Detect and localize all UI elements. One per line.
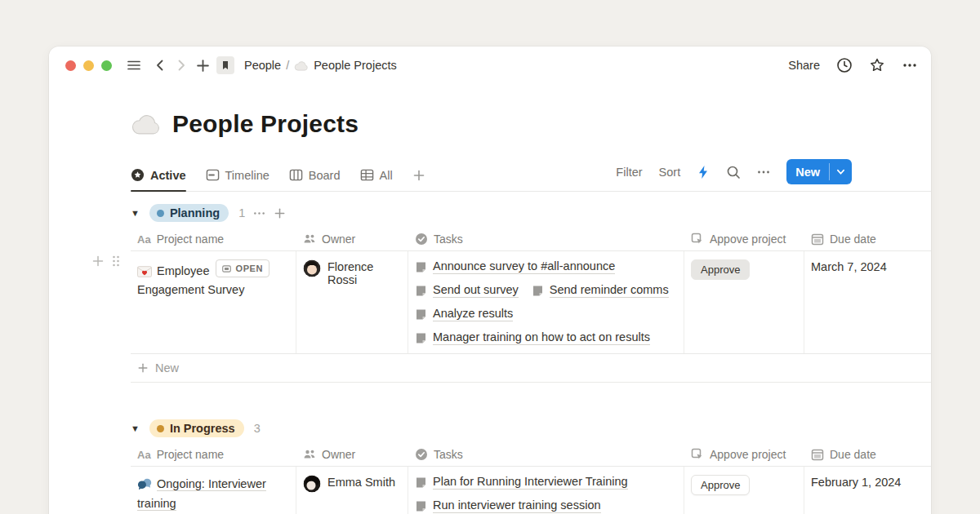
table-header: Aa Project name Owner Tasks Appove proj bbox=[131, 228, 931, 251]
row-hover-controls bbox=[91, 255, 121, 268]
project-name-cell[interactable]: Ongoing: Interviewer training bbox=[131, 467, 296, 514]
project-title-part1[interactable]: Employee bbox=[157, 264, 209, 277]
task-link[interactable]: Send reminder comms bbox=[532, 283, 669, 298]
collapse-triangle-icon[interactable]: ▼ bbox=[131, 208, 140, 218]
page-header: People Projects bbox=[131, 110, 931, 138]
view-controls: Filter Sort New bbox=[616, 159, 852, 184]
breadcrumb-root[interactable]: People bbox=[244, 59, 281, 72]
drag-handle-icon[interactable] bbox=[111, 255, 121, 268]
group-label: In Progress bbox=[170, 422, 235, 435]
add-row-icon[interactable] bbox=[91, 255, 105, 268]
collapse-triangle-icon[interactable]: ▼ bbox=[131, 423, 140, 433]
column-label: Tasks bbox=[434, 233, 463, 246]
calendar-icon bbox=[811, 233, 824, 246]
view-toolbar: Active Timeline Board All bbox=[131, 159, 931, 192]
task-link[interactable]: Run interviewer training session bbox=[415, 498, 601, 513]
column-header-tasks[interactable]: Tasks bbox=[408, 228, 684, 250]
column-header-approve-project[interactable]: Appove project bbox=[684, 228, 804, 250]
table-row-ongoing-interviewer-training[interactable]: Ongoing: Interviewer training Emma Smith… bbox=[131, 467, 931, 514]
group-count: 3 bbox=[254, 422, 261, 435]
project-title-part2[interactable]: Engagement Survey bbox=[137, 283, 244, 296]
task-link[interactable]: Plan for Running Interviewer Training bbox=[415, 475, 628, 490]
due-date-cell[interactable]: February 1, 2024 bbox=[804, 467, 931, 514]
tab-board[interactable]: Board bbox=[289, 168, 341, 191]
column-header-due-date[interactable]: Due date bbox=[804, 228, 931, 250]
task-link[interactable]: Analyze results bbox=[415, 307, 513, 321]
column-header-owner[interactable]: Owner bbox=[296, 443, 408, 466]
button-icon bbox=[222, 264, 231, 273]
owner-name[interactable]: Emma Smith bbox=[327, 475, 395, 489]
filter-button[interactable]: Filter bbox=[616, 166, 642, 179]
page-icon bbox=[415, 308, 427, 321]
tab-label: Active bbox=[150, 169, 186, 182]
group-more-icon[interactable] bbox=[253, 207, 265, 219]
group-dot bbox=[157, 210, 164, 217]
board-icon bbox=[289, 168, 303, 182]
column-label: Owner bbox=[322, 448, 355, 461]
minimize-window-button[interactable] bbox=[83, 60, 94, 71]
tasks-cell[interactable]: Announce survey to #all-announce Send ou… bbox=[408, 251, 684, 353]
breadcrumb-page[interactable]: People Projects bbox=[314, 59, 397, 72]
more-options-icon[interactable] bbox=[902, 57, 918, 73]
new-row-button[interactable]: New bbox=[131, 354, 931, 383]
clock-icon[interactable] bbox=[836, 57, 853, 73]
page-icon bbox=[415, 500, 427, 512]
due-date-cell[interactable]: March 7, 2024 bbox=[804, 251, 931, 353]
lightning-icon[interactable] bbox=[697, 165, 710, 179]
column-header-tasks[interactable]: Tasks bbox=[408, 443, 684, 466]
add-view-icon[interactable] bbox=[412, 168, 425, 191]
owner-cell[interactable]: Emma Smith bbox=[296, 467, 408, 514]
topbar-actions: Share bbox=[788, 57, 918, 73]
task-link[interactable]: Send out survey bbox=[415, 283, 519, 298]
column-header-project-name[interactable]: Aa Project name bbox=[131, 228, 296, 250]
group-pill-in-progress[interactable]: In Progress bbox=[149, 419, 244, 437]
task-link[interactable]: Announce survey to #all-announce bbox=[415, 259, 615, 274]
chevron-down-icon[interactable] bbox=[830, 159, 852, 184]
new-button[interactable]: New bbox=[786, 159, 852, 184]
zoom-window-button[interactable] bbox=[101, 60, 112, 71]
sort-button[interactable]: Sort bbox=[659, 166, 681, 179]
tab-active[interactable]: Active bbox=[131, 168, 186, 191]
in-progress-table: Aa Project name Owner Tasks Appove proj bbox=[131, 443, 931, 514]
topbar: People / People Projects Share bbox=[49, 47, 931, 84]
table-row-employee-engagement-survey[interactable]: EmployeeOPEN Engagement Survey Florence … bbox=[131, 251, 931, 354]
check-circle-icon bbox=[415, 448, 428, 461]
search-icon[interactable] bbox=[726, 165, 741, 179]
column-header-project-name[interactable]: Aa Project name bbox=[131, 443, 296, 466]
approve-button[interactable]: Approve bbox=[691, 475, 750, 495]
column-header-approve-project[interactable]: Appove project bbox=[684, 443, 804, 466]
new-page-icon[interactable] bbox=[192, 55, 213, 76]
menu-icon[interactable] bbox=[123, 55, 145, 76]
text-icon: Aa bbox=[137, 449, 151, 461]
group-pill-planning[interactable]: Planning bbox=[149, 204, 229, 222]
page-icon bbox=[532, 285, 544, 297]
text-icon: Aa bbox=[137, 233, 151, 246]
share-button[interactable]: Share bbox=[788, 59, 820, 72]
column-label: Due date bbox=[830, 448, 876, 461]
task-link[interactable]: Manager training on how to act on result… bbox=[415, 330, 650, 345]
owner-name[interactable]: Florence Rossi bbox=[327, 259, 401, 286]
column-header-owner[interactable]: Owner bbox=[296, 228, 408, 250]
favorite-star-icon[interactable] bbox=[869, 57, 885, 73]
column-header-due-date[interactable]: Due date bbox=[804, 443, 931, 466]
project-title[interactable]: Ongoing: Interviewer training bbox=[137, 477, 266, 511]
view-more-icon[interactable] bbox=[757, 166, 770, 179]
project-name-cell[interactable]: EmployeeOPEN Engagement Survey bbox=[131, 251, 296, 353]
tab-label: Timeline bbox=[225, 169, 270, 182]
close-window-button[interactable] bbox=[65, 60, 76, 71]
group-add-icon[interactable] bbox=[274, 207, 286, 219]
new-button-label[interactable]: New bbox=[786, 159, 829, 184]
back-icon[interactable] bbox=[149, 55, 171, 76]
view-tabs: Active Timeline Board All bbox=[131, 168, 425, 191]
tasks-cell[interactable]: Plan for Running Interviewer Training Ru… bbox=[408, 467, 684, 514]
owner-cell[interactable]: Florence Rossi bbox=[296, 251, 408, 353]
tab-timeline[interactable]: Timeline bbox=[206, 168, 270, 191]
button-click-icon bbox=[691, 448, 704, 461]
approve-button[interactable]: Approve bbox=[691, 259, 750, 280]
window-controls bbox=[65, 60, 112, 71]
forward-icon[interactable] bbox=[171, 55, 192, 76]
tab-all[interactable]: All bbox=[360, 168, 393, 191]
people-database-icon bbox=[216, 56, 234, 74]
cloud-icon bbox=[131, 113, 162, 135]
open-status-badge[interactable]: OPEN bbox=[216, 259, 270, 277]
